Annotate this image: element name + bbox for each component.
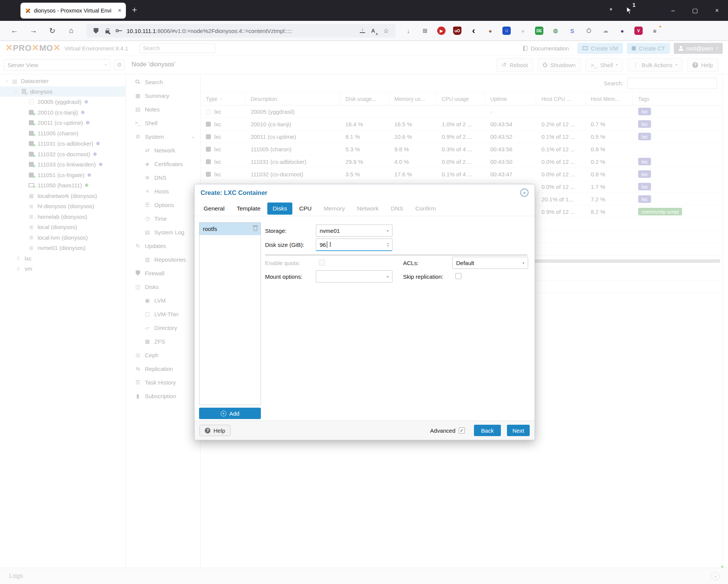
tab-memory: Memory: [318, 203, 350, 215]
spinner-buttons[interactable]: ▴▾: [387, 242, 389, 248]
blue-s-icon[interactable]: S: [568, 26, 577, 35]
url-text: 10.10.111.1:8006/#v1:0:=node%2Fdionysos:…: [127, 28, 360, 34]
disk-size-input[interactable]: 96 I ▴▾: [316, 239, 392, 251]
plus-icon: +: [221, 411, 226, 416]
enable-quota-label: Enable quota:: [265, 260, 300, 266]
advanced-checkbox[interactable]: ✓: [459, 427, 465, 433]
storage-label: Storage:: [265, 228, 287, 234]
minimize-button[interactable]: –: [662, 0, 684, 21]
save-tray-icon[interactable]: ↓: [360, 26, 365, 33]
add-mountpoint-button[interactable]: + Add: [199, 408, 261, 419]
ibeam-cursor: I: [329, 241, 331, 248]
tab-confirm: Confirm: [410, 203, 441, 215]
tab-list-caret-icon[interactable]: ▾: [610, 6, 612, 12]
mouse-cursor: 1: [626, 2, 640, 19]
gray-blob-icon[interactable]: ●: [518, 26, 527, 35]
text-caret: [327, 241, 328, 248]
dialog-title: Create: LXC Container: [201, 189, 267, 196]
question-icon: ?: [205, 428, 210, 433]
acls-combo[interactable]: Default ▾: [452, 257, 528, 269]
cloud-icon[interactable]: ☁: [601, 26, 610, 35]
home-icon[interactable]: ⌂: [67, 26, 76, 35]
dialog-footer: ? Help Advanced ✓ Back Next: [195, 421, 535, 440]
tab-template[interactable]: Template: [231, 203, 266, 215]
browser-nav-buttons: ←→↻⌂: [0, 26, 76, 35]
blue-dots-grid-icon[interactable]: ∷: [502, 27, 511, 35]
ublock-shield-icon[interactable]: uO: [453, 27, 461, 35]
tracking-shield-icon[interactable]: [91, 26, 101, 35]
tab-general[interactable]: General: [198, 203, 230, 215]
advanced-label: Advanced: [430, 427, 455, 434]
back-arrow-icon[interactable]: ←: [10, 26, 19, 35]
new-tab-button[interactable]: +: [132, 5, 137, 15]
red-play-icon[interactable]: ▶: [437, 27, 446, 35]
chevron-left-icon[interactable]: ‹: [469, 26, 478, 35]
downloads-icon[interactable]: ↓: [404, 26, 413, 35]
mount-options-combo[interactable]: ▾: [316, 270, 392, 283]
cursor-arrow-icon: [626, 6, 633, 15]
browser-tab-bar: ✕ dionysos - Proxmox Virtual Envi × + ▾ …: [0, 0, 728, 21]
bookmark-star-icon[interactable]: ☆: [381, 26, 391, 35]
close-button[interactable]: ×: [706, 0, 728, 21]
tab-cpu[interactable]: CPU: [294, 203, 317, 215]
form-divider: [265, 255, 527, 255]
window-controls: –▢×: [662, 0, 728, 21]
translate-icon[interactable]: A: [368, 26, 378, 35]
browser-toolbar: ←→↻⌂ 10.10.111.1:8006/#v1:0:=node%2Fdion…: [0, 21, 728, 41]
tab-title: dionysos - Proxmox Virtual Envi: [34, 8, 115, 14]
forward-arrow-icon[interactable]: →: [29, 26, 38, 35]
power-ring-icon[interactable]: [584, 26, 593, 35]
skip-replication-checkbox[interactable]: [455, 273, 461, 279]
de-ribbon-icon[interactable]: DE: [535, 27, 543, 35]
tab-disks[interactable]: Disks: [267, 203, 292, 215]
urlbar-right-icons: ↓A☆: [360, 26, 391, 35]
chevron-down-icon: ▾: [387, 275, 389, 279]
mountpoint-item[interactable]: rootfs: [199, 223, 260, 235]
dialog-header[interactable]: Create: LXC Container ×: [195, 184, 535, 201]
trash-icon[interactable]: [254, 227, 257, 231]
maximize-button[interactable]: ▢: [684, 0, 706, 21]
dialog-close-icon[interactable]: ×: [520, 188, 529, 197]
back-button[interactable]: Back: [474, 425, 501, 436]
tab-dns: DNS: [386, 203, 409, 215]
menu-hamburger-icon[interactable]: ≡▲: [650, 26, 659, 35]
extension-buttons: ↓⊞▶uO‹●∷●DE◍S☁●V≡▲: [404, 26, 659, 35]
green-globe-icon[interactable]: ◍: [551, 26, 560, 35]
tab-close-icon[interactable]: ×: [118, 7, 121, 14]
next-button[interactable]: Next: [507, 425, 530, 436]
v-badge-icon[interactable]: V: [634, 27, 643, 35]
puzzle-extensions-icon[interactable]: ⊞: [420, 26, 430, 35]
key-icon[interactable]: [114, 26, 124, 35]
proxmox-favicon-icon: ✕: [25, 7, 30, 15]
mount-options-label: Mount options:: [265, 273, 302, 280]
cursor-badge: 1: [632, 2, 635, 8]
dialog-help-button[interactable]: ? Help: [199, 425, 231, 436]
enable-quota-checkbox: [319, 259, 325, 265]
storage-combo[interactable]: nvme01 ▾: [316, 224, 392, 237]
disk-size-label: Disk size (GiB):: [265, 242, 304, 248]
chevron-down-icon: ▾: [387, 229, 389, 233]
acls-label: ACLs:: [403, 260, 419, 266]
browser-tab[interactable]: ✕ dionysos - Proxmox Virtual Envi ×: [20, 3, 126, 19]
tab-network: Network: [352, 203, 384, 215]
cookie-icon[interactable]: ●: [486, 26, 495, 35]
purple-orb-icon[interactable]: ●: [618, 26, 627, 35]
create-lxc-dialog: Create: LXC Container × GeneralTemplateD…: [194, 184, 535, 440]
skip-replication-label: Skip replication:: [403, 273, 443, 280]
mountpoint-list: rootfs: [199, 222, 261, 405]
chevron-down-icon: ▾: [522, 261, 524, 265]
urlbar-left-icons: [91, 26, 124, 35]
lock-warning-icon[interactable]: [102, 26, 112, 35]
dialog-tabs: GeneralTemplateDisksCPUMemoryNetworkDNSC…: [195, 201, 535, 216]
reload-icon[interactable]: ↻: [48, 26, 57, 35]
url-bar[interactable]: 10.10.111.1:8006/#v1:0:=node%2Fdionysos:…: [86, 24, 395, 38]
mountpoint-label: rootfs: [203, 226, 217, 232]
